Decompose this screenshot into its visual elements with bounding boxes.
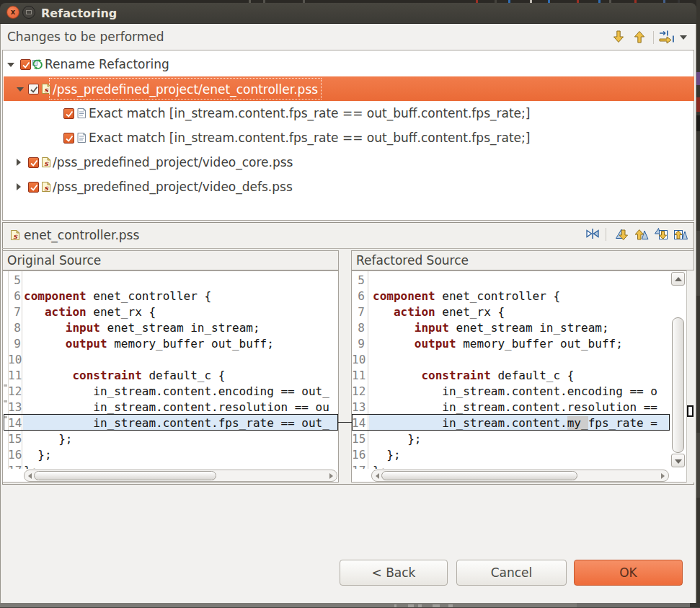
changes-to-be-performed-label: Changes to be performed	[7, 30, 164, 44]
left-line-numbers: 567891011121314151617	[8, 271, 22, 469]
background-window-right-sliver	[696, 0, 700, 608]
move-down-icon[interactable]	[611, 30, 627, 45]
code-line: };	[373, 431, 421, 447]
next-difference-icon[interactable]	[614, 226, 630, 242]
line-number: 6	[352, 288, 365, 304]
item-checkbox[interactable]	[63, 133, 74, 144]
tree-item-label: Exact match [in_stream.content.fps_rate …	[89, 101, 530, 125]
code-line: output memory_buffer out_buff;	[373, 336, 623, 352]
diff-line-box-right	[352, 414, 670, 431]
code-line: component enet_controller {	[24, 288, 211, 304]
expander-collapsed-icon[interactable]	[17, 183, 21, 190]
right-line-numbers: 567891011121314151617	[352, 271, 366, 469]
line-number: 7	[352, 304, 365, 320]
changes-tree[interactable]: Rename Refactorings/pss_predefined_proje…	[2, 50, 694, 221]
tree-item-label: /pss_predefined_project/video_defs.pss	[53, 175, 293, 199]
code-line: input enet_stream in_stream;	[373, 320, 609, 336]
toolbar-separator	[653, 31, 654, 44]
line-number: 12	[8, 384, 21, 400]
cancel-button[interactable]: Cancel	[456, 560, 567, 586]
refactoring-change-icon	[32, 58, 43, 70]
toolbar-separator	[606, 228, 606, 241]
line-number: 5	[8, 273, 21, 288]
window-titlebar[interactable]: x Refactoring	[0, 3, 696, 24]
desktop-background: x Refactoring Changes to be performed Re…	[0, 0, 700, 608]
line-number: 13	[8, 400, 21, 415]
overview-diff-marker[interactable]	[687, 405, 694, 417]
back-button[interactable]: < Back	[340, 560, 448, 586]
pss-file-icon: s	[40, 181, 52, 193]
code-line: constraint default_c {	[24, 368, 225, 384]
left-horizontal-scrollbar[interactable]	[24, 470, 337, 482]
code-line: component enet_controller {	[373, 288, 560, 304]
code-line: };	[24, 463, 37, 469]
line-number: 11	[352, 368, 365, 384]
diff-connector-line	[338, 422, 352, 423]
pss-file-icon: s	[9, 229, 21, 241]
code-line: action enet_rx {	[373, 304, 505, 320]
expander-expanded-icon[interactable]	[7, 63, 14, 67]
line-number: 7	[8, 304, 21, 320]
item-checkbox[interactable]	[63, 108, 74, 119]
line-number: 9	[8, 336, 21, 352]
move-up-icon[interactable]	[632, 30, 648, 45]
previous-difference-icon[interactable]	[634, 226, 650, 242]
line-number: 11	[8, 368, 21, 384]
code-line: };	[24, 447, 52, 463]
code-line: in_stream.content.resolution ==	[373, 400, 657, 415]
line-number: 15	[8, 431, 21, 447]
ok-button[interactable]: OK	[574, 560, 683, 586]
code-line: };	[24, 431, 72, 447]
expander-expanded-icon[interactable]	[17, 87, 24, 92]
expander-collapsed-icon[interactable]	[17, 159, 21, 166]
code-line: output memory_buffer out_buff;	[24, 336, 274, 352]
code-line: in_stream.content.encoding == o	[373, 384, 657, 400]
tree-row[interactable]: Exact match [in_stream.content.fps_rate …	[4, 101, 693, 125]
gutter-separator	[22, 271, 22, 469]
item-checkbox[interactable]	[20, 59, 31, 70]
line-number: 9	[352, 336, 365, 352]
overview-ruler[interactable]	[686, 270, 694, 483]
tree-row[interactable]: s/pss_predefined_project/video_defs.pss	[4, 175, 693, 199]
refactored-source-code: component enet_controller { action enet_…	[373, 271, 670, 469]
right-horizontal-scrollbar[interactable]	[371, 470, 669, 482]
scroll-down-button[interactable]	[671, 454, 685, 467]
line-number: 15	[352, 431, 365, 447]
tree-item-label: Rename Refactoring	[45, 52, 169, 76]
diff-line-box-left	[4, 414, 338, 431]
swap-panes-icon[interactable]	[585, 226, 601, 242]
next-change-icon[interactable]	[654, 226, 670, 242]
text-match-icon	[76, 132, 87, 144]
window-maximize-button[interactable]	[22, 6, 35, 19]
line-number: 13	[352, 400, 365, 415]
item-checkbox[interactable]	[28, 84, 39, 94]
item-checkbox[interactable]	[28, 182, 39, 193]
line-number: 5	[352, 273, 365, 288]
code-line: };	[373, 463, 386, 469]
line-number: 8	[8, 320, 21, 336]
scroll-up-button[interactable]	[671, 272, 685, 286]
refactored-source-header: Refactored Source	[351, 250, 694, 270]
code-line: action enet_rx {	[24, 304, 156, 320]
filter-changes-icon[interactable]	[658, 30, 674, 45]
tree-item-label: Exact match [in_stream.content.fps_rate …	[89, 125, 530, 150]
tree-row[interactable]: Rename Refactoring	[4, 52, 693, 76]
window-close-button[interactable]: x	[6, 6, 19, 19]
gutter-separator	[368, 271, 368, 469]
line-number: 8	[352, 320, 365, 336]
previous-change-icon[interactable]	[673, 226, 689, 242]
line-number: 10	[8, 352, 21, 368]
line-number: 10	[352, 352, 365, 368]
dropdown-caret-icon[interactable]	[680, 35, 687, 40]
tree-row[interactable]: Exact match [in_stream.content.fps_rate …	[4, 125, 693, 150]
line-number: 17	[352, 463, 365, 469]
vertical-scrollbar-thumb[interactable]	[672, 317, 684, 453]
line-number: 12	[352, 384, 365, 400]
line-number: 16	[352, 447, 365, 463]
tree-row[interactable]: s/pss_predefined_project/enet_controller…	[4, 76, 693, 101]
original-source-header: Original Source	[2, 250, 339, 270]
text-match-icon	[76, 107, 87, 119]
item-checkbox[interactable]	[28, 157, 39, 168]
tree-row[interactable]: s/pss_predefined_project/video_core.pss	[4, 150, 693, 175]
code-line: in_stream.content.encoding == out_	[24, 384, 329, 400]
